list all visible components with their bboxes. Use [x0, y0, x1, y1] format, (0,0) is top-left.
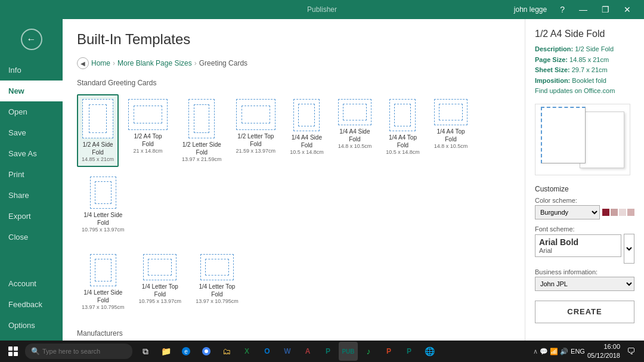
customize-label: Customize	[535, 185, 634, 193]
app-title: Publisher	[307, 5, 337, 14]
task-view-icon[interactable]: ⧉	[136, 342, 155, 361]
taskbar-lang: ENG	[571, 348, 585, 355]
template-item-7[interactable]: 1/4 A4 TopFold 14.8 x 10.5cm	[429, 94, 473, 167]
sidebar-item-save-as[interactable]: Save As	[0, 143, 63, 164]
right-panel: 1/2 A4 Side Fold Description: 1/2 Side F…	[525, 19, 644, 341]
template-item-1[interactable]: 1/2 A4 TopFold 21 x 14.8cm	[123, 94, 172, 167]
font-name-bold: Arial Bold	[539, 237, 617, 247]
breadcrumb-back-button[interactable]: ◀	[77, 57, 89, 69]
template-grid-row1: 1/2 A4 SideFold 14.85 x 21cm 1/2 A4 TopF…	[77, 94, 510, 237]
preview-title: 1/2 A4 Side Fold	[535, 29, 634, 39]
template-grid-row2: 1/4 Letter SideFold 13.97 x 10.795cm 1/4…	[77, 249, 510, 315]
maximize-button[interactable]: ❐	[596, 0, 615, 19]
template-item-10[interactable]: 1/4 Letter TopFold 10.795 x 13.97cm	[134, 249, 187, 315]
start-button[interactable]	[2, 341, 24, 362]
preview-description: Description: 1/2 Side Fold Page Size: 14…	[535, 44, 634, 97]
taskbar-clock: 16:00 05/12/2018	[587, 342, 620, 361]
svg-text:e: e	[184, 348, 188, 355]
template-item-2[interactable]: 1/2 Letter SideFold 13.97 x 21.59cm	[177, 94, 227, 167]
edge-icon[interactable]: e	[177, 342, 196, 361]
sidebar-item-feedback[interactable]: Feedback	[0, 294, 63, 315]
preview-back-page	[580, 112, 624, 168]
template-item-6[interactable]: 1/4 A4 TopFold 10.5 x 14.8cm	[381, 94, 425, 167]
access-icon[interactable]: A	[298, 342, 317, 361]
title-bar: Publisher john legge ? — ❐ ✕	[0, 0, 644, 19]
minimize-button[interactable]: —	[573, 0, 593, 19]
sidebar-item-close[interactable]: Close	[0, 227, 63, 247]
taskbar-search-bar[interactable]: 🔍	[25, 344, 132, 359]
chrome-icon[interactable]	[197, 342, 216, 361]
excel-icon[interactable]: X	[237, 342, 256, 361]
preview-image	[535, 104, 630, 175]
template-item-3[interactable]: 1/2 Letter TopFold 21.59 x 13.97cm	[231, 94, 281, 167]
standard-section-label: Standard Greeting Cards	[77, 79, 510, 87]
breadcrumb-sep2: ›	[194, 59, 197, 67]
breadcrumb-current: Greeting Cards	[199, 59, 247, 67]
user-name: john legge	[514, 5, 547, 14]
sidebar-item-open[interactable]: Open	[0, 101, 63, 122]
office-link[interactable]: Find updates on Office.com	[535, 87, 615, 94]
biz-info-label: Business information:	[535, 268, 634, 276]
file-explorer-icon[interactable]: 📁	[156, 342, 175, 361]
sidebar-item-share[interactable]: Share	[0, 185, 63, 206]
publisher3-icon[interactable]: P	[400, 342, 419, 361]
powerpoint-icon[interactable]: P	[379, 342, 398, 361]
breadcrumb-level2[interactable]: More Blank Page Sizes	[117, 59, 192, 67]
color-swatch	[602, 209, 634, 216]
taskbar-search-input[interactable]	[42, 348, 126, 355]
template-item-0[interactable]: 1/2 A4 SideFold 14.85 x 21cm	[77, 94, 119, 167]
manufacturers-label: Manufacturers	[77, 329, 510, 338]
create-button[interactable]: CREATE	[535, 301, 634, 323]
sidebar-item-info[interactable]: Info	[0, 60, 63, 81]
word-icon[interactable]: W	[278, 342, 297, 361]
windows-explorer-icon[interactable]: 🗂	[217, 342, 236, 361]
taskbar-system-icons: ∧ 💬 📶 🔊	[533, 348, 568, 355]
taskbar-right: ∧ 💬 📶 🔊 ENG 16:00 05/12/2018 🗨	[533, 342, 642, 361]
page-title: Built-In Templates	[77, 31, 510, 48]
publisher-icon[interactable]: P	[318, 342, 338, 361]
notification-icon[interactable]: 🗨	[623, 343, 639, 360]
help-button[interactable]: ?	[554, 0, 571, 19]
close-window-button[interactable]: ✕	[618, 0, 637, 19]
template-item-5[interactable]: 1/4 A4 SideFold 14.8 x 10.5cm	[333, 94, 377, 167]
ie-icon[interactable]: 🌐	[420, 342, 439, 361]
template-item-8[interactable]: 1/4 Letter SideFold 10.795 x 13.97cm	[77, 172, 129, 237]
taskbar: 🔍 ⧉ 📁 e 🗂 X O W A P PUB ♪ P P 🌐 ∧ 💬 📶 🔊 …	[0, 341, 644, 362]
color-scheme-label: Color scheme:	[535, 197, 634, 204]
publisher2-icon[interactable]: PUB	[339, 342, 358, 361]
font-name-reg: Arial	[539, 247, 617, 254]
sidebar-item-account[interactable]: Account	[0, 273, 63, 294]
template-item-11[interactable]: 1/4 Letter TopFold 13.97 x 10.795cm	[191, 249, 243, 315]
breadcrumb-home[interactable]: Home	[91, 59, 110, 67]
font-scheme-select[interactable]	[624, 234, 634, 264]
back-button[interactable]: ←	[21, 29, 42, 50]
sidebar-item-save[interactable]: Save	[0, 122, 63, 143]
outlook-icon[interactable]: O	[258, 342, 277, 361]
taskbar-pinned-icons: ⧉ 📁 e 🗂 X O W A P PUB ♪ P P 🌐	[136, 342, 439, 361]
svg-point-3	[205, 349, 208, 353]
main-content: Built-In Templates ◀ Home › More Blank P…	[63, 19, 525, 341]
font-scheme-box: Arial Bold Arial	[535, 234, 621, 257]
template-item-4[interactable]: 1/4 A4 SideFold 10.5 x 14.8cm	[285, 94, 329, 167]
biz-info-select[interactable]: John JPL	[535, 277, 634, 291]
sidebar-item-export[interactable]: Export	[0, 206, 63, 227]
sidebar-item-new[interactable]: New	[0, 81, 63, 101]
sidebar: ← Info New Open Save Save As Print Share…	[0, 19, 63, 341]
breadcrumb: ◀ Home › More Blank Page Sizes › Greetin…	[77, 57, 510, 69]
sidebar-item-print[interactable]: Print	[0, 164, 63, 185]
breadcrumb-sep1: ›	[113, 59, 115, 67]
template-item-9[interactable]: 1/4 Letter SideFold 13.97 x 10.795cm	[77, 249, 129, 315]
preview-front-page	[541, 107, 586, 163]
spotify-icon[interactable]: ♪	[359, 342, 378, 361]
sidebar-item-options[interactable]: Options	[0, 315, 63, 336]
font-scheme-label: Font scheme:	[535, 225, 634, 233]
color-scheme-select[interactable]: Burgundy	[535, 205, 600, 219]
